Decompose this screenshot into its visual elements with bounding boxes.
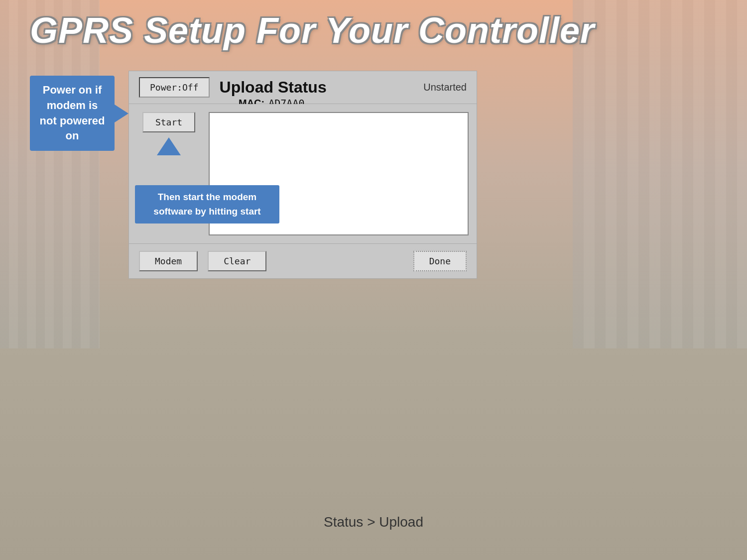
power-button[interactable]: Power:Off: [139, 77, 210, 98]
status-bar: Power:Off Upload Status MAC: AD7AA0 Unst…: [128, 71, 477, 104]
bottom-bar: Modem Clear Done: [128, 243, 477, 279]
annotation-arrow: [115, 105, 128, 122]
start-annotation-box: Then start the modem software by hitting…: [135, 185, 279, 224]
main-area: Power on if modem is not powered on Powe…: [30, 71, 717, 279]
start-button[interactable]: Start: [142, 112, 195, 132]
unstarted-label: Unstarted: [423, 82, 467, 93]
upload-status-label: Upload Status: [220, 78, 327, 97]
clear-button[interactable]: Clear: [208, 251, 266, 271]
power-annotation-box: Power on if modem is not powered on: [30, 76, 115, 151]
main-content: GPRS Setup For Your Controller Power on …: [0, 0, 747, 560]
up-arrow-icon: [157, 137, 181, 155]
done-button[interactable]: Done: [413, 251, 467, 271]
main-panel: Power:Off Upload Status MAC: AD7AA0 Unst…: [128, 71, 477, 279]
power-annotation: Power on if modem is not powered on: [30, 76, 128, 151]
footer-text: Status > Upload: [324, 514, 423, 530]
middle-section: Start Then start the modem software by h…: [128, 104, 477, 243]
footer-status: Status > Upload: [0, 514, 747, 530]
modem-button[interactable]: Modem: [139, 251, 198, 271]
page-title: GPRS Setup For Your Controller: [30, 10, 595, 51]
